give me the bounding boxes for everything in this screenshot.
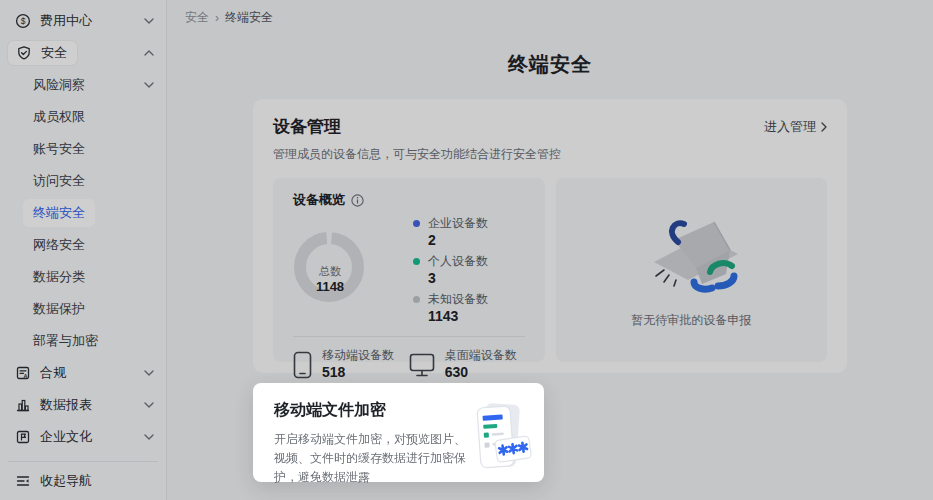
culture-icon [14,429,31,446]
phone-encryption-illustration [470,398,532,482]
stat-value: 518 [322,363,394,381]
mobile-devices-stat: 移动端设备数 518 [293,348,409,381]
sidebar-item-access-security[interactable]: 访问安全 [0,165,166,197]
sidebar-item-network-security[interactable]: 网络安全 [0,229,166,261]
legend-label: 企业设备数 [428,215,488,232]
breadcrumb: 安全 › 终端安全 [167,0,933,26]
sidebar-item-label: 网络安全 [33,236,85,254]
sidebar-item-label: 数据分类 [33,268,85,286]
page-title: 终端安全 [167,51,933,78]
sidebar-nav: $ 费用中心 安全 风险洞察 [0,5,166,453]
sidebar-item-account-security[interactable]: 账号安全 [0,133,166,165]
info-icon[interactable] [351,194,364,207]
breadcrumb-current: 终端安全 [225,9,273,26]
sidebar-item-label: 企业文化 [40,428,92,446]
active-group-pill: 安全 [8,41,77,65]
legend-dot-blue [413,220,420,227]
sidebar-item-data-reports[interactable]: 数据报表 [0,389,166,421]
highlight-card-text: 移动端文件加密 开启移动端文件加密，对预览图片、视频、文件时的缓存数据进行加密保… [274,400,470,482]
legend-item-personal: 个人设备数 3 [413,253,488,287]
sidebar-item-label: 费用中心 [40,12,92,30]
sidebar-item-terminal-security[interactable]: 终端安全 [0,197,166,229]
chevron-down-icon [144,370,154,376]
main-content: 安全 › 终端安全 终端安全 设备管理 进入管理 管理成员的设备信息，可与安全功… [167,0,933,500]
chevron-down-icon [144,434,154,440]
device-card-body: 设备概览 总数 1148 [273,178,827,362]
donut-legend: 企业设备数 2 个人设备数 3 [413,213,488,329]
sidebar-item-label: 访问安全 [33,172,85,190]
overview-chart-row: 总数 1148 企业设备数 2 [293,213,525,329]
device-card-title: 设备管理 [273,115,341,138]
highlight-card-description: 开启移动端文件加密，对预览图片、视频、文件时的缓存数据进行加密保护，避免数据泄露 [274,430,470,487]
empty-state-illustration [626,210,756,302]
approval-empty-text: 暂无待审批的设备申报 [631,312,751,329]
sidebar-item-label: 合规 [40,364,66,382]
approval-empty-card: 暂无待审批的设备申报 [556,178,828,362]
sidebar-divider [8,461,158,462]
donut-center: 总数 1148 [293,231,367,329]
sidebar-item-label: 终端安全 [23,199,95,227]
sidebar-item-label: 部署与加密 [33,332,98,350]
chevron-right-icon [821,122,827,132]
legend-item-unknown: 未知设备数 1143 [413,291,488,325]
overview-stats-row: 移动端设备数 518 桌面端设备数 630 [293,348,525,381]
device-overview-card: 设备概览 总数 1148 [273,178,545,362]
overview-divider [293,336,525,337]
sidebar-item-label: 账号安全 [33,140,85,158]
overview-header: 设备概览 [293,191,525,209]
stat-label: 移动端设备数 [322,348,394,363]
sidebar: $ 费用中心 安全 风险洞察 [0,0,167,500]
sidebar-item-label: 安全 [41,44,67,62]
device-management-card: 设备管理 进入管理 管理成员的设备信息，可与安全功能结合进行安全管控 设备概览 [253,99,847,373]
legend-dot-gray [413,296,420,303]
bar-chart-icon [14,397,31,414]
breadcrumb-separator-icon: › [215,11,219,25]
sidebar-item-cost-center[interactable]: $ 费用中心 [0,5,166,37]
mobile-icon [293,351,312,379]
dollar-circle-icon: $ [14,13,31,30]
sidebar-item-label: 风险洞察 [33,76,85,94]
stat-label: 桌面端设备数 [445,348,517,363]
mobile-file-encryption-card[interactable]: 移动端文件加密 开启移动端文件加密，对预览图片、视频、文件时的缓存数据进行加密保… [253,383,544,482]
sidebar-item-deploy-encryption[interactable]: 部署与加密 [0,325,166,357]
collapse-nav-icon [14,472,31,489]
sidebar-item-compliance[interactable]: A 合规 [0,357,166,389]
legend-value: 1143 [413,308,488,325]
donut-center-label: 总数 [319,265,341,279]
chevron-down-icon [144,18,154,24]
enter-management-label: 进入管理 [764,118,816,136]
donut-total-value: 1148 [316,279,344,295]
legend-label: 未知设备数 [428,291,488,308]
device-donut-chart: 总数 1148 [293,231,367,329]
sidebar-item-label: 数据保护 [33,300,85,318]
legend-dot-teal [413,258,420,265]
app-root: $ 费用中心 安全 风险洞察 [0,0,933,500]
legend-value: 3 [413,270,488,287]
enter-management-link[interactable]: 进入管理 [764,118,827,136]
sidebar-item-member-permissions[interactable]: 成员权限 [0,101,166,133]
device-card-subtitle: 管理成员的设备信息，可与安全功能结合进行安全管控 [273,146,827,163]
sidebar-item-security[interactable]: 安全 [0,37,166,69]
sidebar-item-data-classification[interactable]: 数据分类 [0,261,166,293]
svg-text:$: $ [20,16,25,26]
stat-value: 630 [445,363,517,381]
breadcrumb-parent[interactable]: 安全 [185,9,209,26]
sidebar-item-data-protection[interactable]: 数据保护 [0,293,166,325]
sidebar-item-label: 数据报表 [40,396,92,414]
chevron-down-icon [144,402,154,408]
desktop-icon [409,353,435,377]
sidebar-item-label: 成员权限 [33,108,85,126]
sidebar-item-risk-insight[interactable]: 风险洞察 [0,69,166,101]
device-card-header: 设备管理 进入管理 [273,115,827,138]
overview-title: 设备概览 [293,191,345,209]
collapse-nav-label: 收起导航 [40,472,92,490]
compliance-doc-icon: A [14,365,31,382]
legend-value: 2 [413,232,488,249]
chevron-up-icon [144,50,154,56]
shield-check-icon [15,45,32,62]
chevron-down-icon [144,82,154,88]
desktop-devices-stat: 桌面端设备数 630 [409,348,525,381]
highlight-card-title: 移动端文件加密 [274,400,470,421]
collapse-nav-button[interactable]: 收起导航 [0,470,166,500]
sidebar-item-corporate-culture[interactable]: 企业文化 [0,421,166,453]
